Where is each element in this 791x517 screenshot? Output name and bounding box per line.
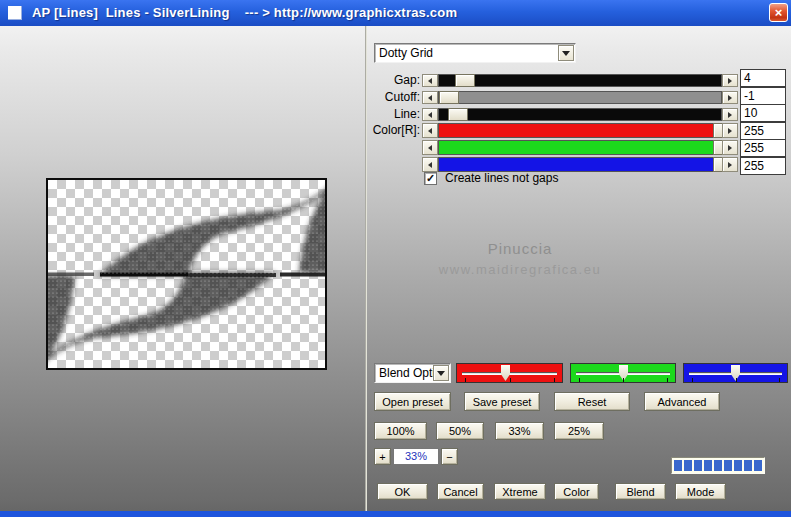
progress-segment (734, 460, 742, 471)
preview-canvas[interactable] (46, 178, 327, 370)
progress-segment (704, 460, 712, 471)
progress-segment (694, 460, 702, 471)
line-slider[interactable] (422, 108, 738, 121)
gap-slider-thumb[interactable] (455, 74, 475, 87)
cutoff-label: Cutoff: (330, 91, 420, 105)
arrow-left-icon[interactable] (422, 140, 438, 155)
progress-segment (744, 460, 752, 471)
save-preset-button[interactable]: Save preset (464, 392, 540, 411)
tick-mark (667, 378, 668, 382)
zoom-50-button[interactable]: 50% (436, 422, 484, 440)
cutoff-slider-track[interactable] (438, 91, 722, 104)
gap-label: Gap: (330, 74, 420, 88)
mode-button[interactable]: Mode (675, 483, 726, 500)
blend-red-slider[interactable] (456, 363, 563, 383)
arrow-right-icon[interactable] (722, 140, 738, 155)
arrow-right-icon[interactable] (722, 108, 738, 121)
progress-segment (724, 460, 732, 471)
line-slider-thumb[interactable] (448, 108, 468, 121)
open-preset-button[interactable]: Open preset (374, 392, 451, 411)
ok-button[interactable]: OK (377, 483, 428, 500)
zoom-level-display: 33% (393, 448, 439, 465)
preset-dropdown-button[interactable] (558, 45, 574, 61)
tick-mark (623, 378, 624, 382)
window-bottom-border (0, 511, 791, 517)
color-red-slider-track[interactable] (438, 123, 722, 138)
checkmark-icon: ✓ (426, 172, 435, 184)
advanced-button[interactable]: Advanced (644, 392, 720, 411)
blend-options-dropdown[interactable]: Blend Opti (374, 363, 451, 383)
arrow-left-icon[interactable] (422, 91, 438, 104)
color-button[interactable]: Color (554, 483, 599, 500)
color-blue-slider-track[interactable] (438, 157, 722, 172)
gap-slider-track[interactable] (438, 74, 722, 87)
app-icon (8, 6, 22, 20)
line-label: Line: (330, 108, 420, 122)
arrow-left-icon[interactable] (422, 157, 438, 172)
chevron-down-icon (437, 371, 445, 376)
color-blue-value-field[interactable]: 255 (740, 157, 786, 175)
zoom-out-button[interactable]: − (441, 448, 458, 465)
blend-button[interactable]: Blend (615, 483, 666, 500)
blend-options-dropdown-value: Blend Opti (379, 366, 434, 380)
color-green-slider[interactable] (422, 140, 738, 155)
color-red-value-field[interactable]: 255 (740, 122, 786, 140)
xtreme-button[interactable]: Xtreme (494, 483, 546, 500)
watermark-line2: www.maidiregrafica.eu (370, 262, 670, 277)
tick-mark (554, 378, 555, 382)
cutoff-slider[interactable] (422, 91, 738, 104)
zoom-100-button[interactable]: 100% (374, 422, 427, 440)
arrow-left-icon[interactable] (422, 74, 438, 87)
arrow-right-icon[interactable] (722, 74, 738, 87)
color-r-label: Color[R]: (330, 124, 420, 138)
cancel-button[interactable]: Cancel (437, 483, 484, 500)
color-blue-slider[interactable] (422, 157, 738, 172)
arrow-left-icon[interactable] (422, 108, 438, 121)
close-button[interactable]: × (769, 3, 788, 22)
preview-artwork (48, 180, 325, 368)
tick-mark (579, 378, 580, 382)
blend-blue-slider[interactable] (683, 363, 788, 383)
plugin-window: AP [Lines] Lines - SilverLining --- > ht… (0, 0, 791, 517)
gap-slider[interactable] (422, 74, 738, 87)
preset-dropdown-value: Dotty Grid (379, 46, 433, 60)
tick-mark (510, 378, 511, 382)
zoom-in-button[interactable]: + (374, 448, 391, 465)
line-slider-track[interactable] (438, 108, 722, 121)
create-lines-checkbox-label: Create lines not gaps (445, 171, 558, 185)
tick-mark (779, 378, 780, 382)
watermark-line1: Pinuccia (370, 240, 670, 257)
blend-green-slider[interactable] (570, 363, 676, 383)
progress-segment (754, 460, 762, 471)
progress-bar (671, 457, 765, 474)
title-bar[interactable]: AP [Lines] Lines - SilverLining --- > ht… (0, 0, 791, 26)
color-green-value-field[interactable]: 255 (740, 139, 786, 157)
progress-segment (684, 460, 692, 471)
blend-options-dropdown-button[interactable] (433, 365, 449, 381)
preset-dropdown[interactable]: Dotty Grid (374, 43, 576, 63)
zoom-33-button[interactable]: 33% (495, 422, 544, 440)
tick-mark (692, 378, 693, 382)
close-icon: × (775, 5, 783, 20)
tick-mark (465, 378, 466, 382)
window-title: AP [Lines] Lines - SilverLining --- > ht… (32, 5, 457, 20)
progress-segment (714, 460, 722, 471)
color-green-slider-track[interactable] (438, 140, 722, 155)
gap-value-field[interactable]: 4 (740, 69, 786, 87)
arrow-right-icon[interactable] (722, 157, 738, 172)
zoom-25-button[interactable]: 25% (554, 422, 604, 440)
arrow-right-icon[interactable] (722, 91, 738, 104)
chevron-down-icon (562, 51, 570, 56)
reset-button[interactable]: Reset (554, 392, 630, 411)
color-red-slider[interactable] (422, 123, 738, 138)
cutoff-slider-thumb[interactable] (439, 91, 459, 104)
line-value-field[interactable]: 10 (740, 104, 786, 122)
arrow-right-icon[interactable] (722, 123, 738, 138)
cutoff-value-field[interactable]: -1 (740, 87, 786, 105)
tick-mark (736, 378, 737, 382)
create-lines-checkbox[interactable]: ✓ (424, 172, 437, 185)
arrow-left-icon[interactable] (422, 123, 438, 138)
progress-segment (674, 460, 682, 471)
